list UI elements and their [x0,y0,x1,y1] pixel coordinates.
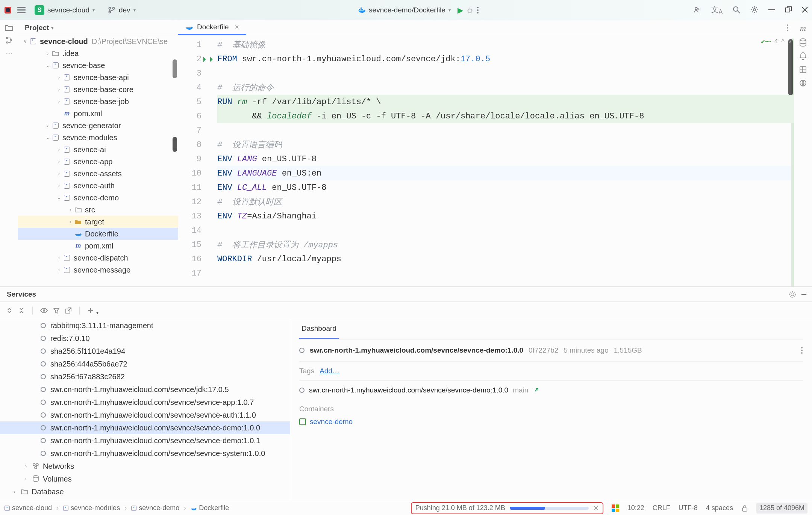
service-item[interactable]: redis:7.0.10 [0,332,290,345]
add-service-button[interactable]: ▾ [87,307,98,314]
service-item[interactable]: swr.cn-north-1.myhuaweicloud.com/sevnce/… [0,421,290,434]
tree-item[interactable]: ›sevnce-base-api [18,71,178,83]
status-indent[interactable]: 4 spaces [706,504,733,512]
tree-item[interactable]: mpom.xml [18,240,178,252]
service-item[interactable]: sha256:5f1101e4a194 [0,345,290,357]
notifications-tool-button[interactable] [799,52,807,60]
tree-item[interactable]: ⌄sevnce-modules [18,132,178,144]
filter-button[interactable] [53,307,60,314]
service-item[interactable]: swr.cn-north-1.myhuaweicloud.com/sevnce/… [0,434,290,447]
external-link-icon[interactable] [533,387,539,394]
settings-button[interactable] [750,6,759,14]
expand-all-button[interactable] [6,307,13,314]
chevron-up-icon[interactable]: ^ [781,38,785,45]
tree-item[interactable]: ›sevnce-base-core [18,83,178,95]
collapse-all-button[interactable] [18,307,25,314]
tree-item[interactable]: mpom.xml [18,108,178,120]
project-tool-button[interactable] [5,23,13,32]
minimize-button[interactable] [768,6,775,13]
windows-logo-icon [612,504,619,512]
tree-item[interactable]: ›sevnce-generator [18,120,178,132]
structure-tool-button[interactable] [5,36,13,44]
status-time[interactable]: 10:22 [627,504,644,512]
tree-root-path: D:\Project\SEVNCE\se [92,37,168,46]
tree-root[interactable]: sevnce-cloud [40,37,88,46]
service-item[interactable]: swr.cn-north-1.myhuaweicloud.com/sevnce/… [0,447,290,460]
scrollbar-thumb[interactable] [173,59,177,78]
tree-item[interactable]: ›sevnce-ai [18,144,178,156]
container-item[interactable]: sevnce-demo [299,418,803,426]
svg-rect-19 [768,9,775,10]
tab-options-button[interactable] [786,24,789,32]
service-item[interactable]: rabbitmq:3.11.11-management [0,319,290,332]
minimize-panel-button[interactable]: — [801,291,805,298]
breadcrumb[interactable]: sevnce-cloud›sevnce-modules›sevnce-demo›… [5,504,229,512]
breadcrumb-item[interactable]: sevnce-demo [131,504,179,512]
breadcrumb-item[interactable]: Dockerfile [191,504,229,512]
run-button[interactable]: ▶ [458,6,463,15]
database-tool-button[interactable] [799,38,807,47]
inspection-widget[interactable]: ✔⁓ 4 ^ v [761,38,792,45]
tree-item[interactable]: ›sevnce-dispatch [18,252,178,264]
web-tool-button[interactable] [799,79,807,87]
dashboard-tab[interactable]: Dashboard [299,319,339,339]
svg-point-7 [112,7,114,9]
tree-item[interactable]: ›sevnce-base-job [18,95,178,108]
focus-icon[interactable] [789,291,796,298]
status-dot [299,388,304,393]
cancel-progress-icon[interactable]: ✕ [593,504,599,512]
service-group[interactable]: ›Database [0,485,290,498]
codewithme-button[interactable] [693,6,701,14]
dash-more-button[interactable] [801,347,803,354]
tree-item[interactable]: ›sevnce-message [18,264,178,276]
add-tag-link[interactable]: Add… [320,367,339,375]
dash-image2-name[interactable]: swr.cn-north-1.myhuaweicloud.com/sevnce/… [309,386,508,394]
tree-item[interactable]: ›sevnce-auth [18,180,178,192]
tree-item[interactable]: ⌄sevnce-base [18,59,178,71]
service-group[interactable]: ›Volumes [0,473,290,485]
maximize-button[interactable] [785,6,792,13]
tree-item[interactable]: ⌄sevnce-demo [18,192,178,204]
services-list[interactable]: rabbitmq:3.11.11-managementredis:7.0.10s… [0,319,290,501]
tree-item[interactable]: ›.idea [18,47,178,59]
chevron-down-icon[interactable]: ▾ [51,25,54,30]
service-item[interactable]: swr.cn-north-1.myhuaweicloud.com/sevnce/… [0,396,290,409]
service-group[interactable]: ›Networks [0,460,290,473]
view-mode-button[interactable] [40,307,48,314]
service-item[interactable]: swr.cn-north-1.myhuaweicloud.com/sevnce/… [0,383,290,396]
dash-image-age: 5 minutes ago [564,346,608,354]
translate-button[interactable]: 文A [711,5,723,15]
tree-item[interactable]: ›sevnce-assets [18,168,178,180]
readonly-icon[interactable] [741,504,748,512]
svg-point-18 [753,9,756,11]
chevron-down-icon[interactable]: v [788,38,792,45]
status-line-ending[interactable]: CRLF [653,504,670,512]
tree-item[interactable]: ›target [18,216,178,228]
run-config-selector[interactable]: sevnce-demo/Dockerfile ▾ [354,5,454,16]
breadcrumb-item[interactable]: sevnce-modules [63,504,120,512]
tree-item[interactable]: ›src [18,204,178,216]
main-menu-button[interactable] [17,6,26,14]
svg-rect-8 [359,9,360,10]
diagram-tool-button[interactable] [799,65,807,74]
service-item[interactable]: sha256:444a55b6ae72 [0,357,290,370]
status-encoding[interactable]: UTF-8 [679,504,698,512]
scrollbar-thumb[interactable] [173,137,177,152]
close-button[interactable] [801,6,808,13]
search-button[interactable] [732,6,741,14]
close-tab-icon[interactable]: ✕ [235,24,239,30]
more-actions-button[interactable] [477,6,479,14]
tab-dockerfile[interactable]: Dockerfile ✕ [178,20,246,35]
external-button[interactable] [65,307,72,314]
service-item[interactable]: swr.cn-north-1.myhuaweicloud.com/sevnce/… [0,409,290,421]
breadcrumb-item[interactable]: sevnce-cloud [5,504,52,512]
tree-item[interactable]: Dockerfile [18,228,178,240]
debug-button[interactable] [466,6,474,14]
tree-item[interactable]: ›sevnce-app [18,156,178,168]
service-item[interactable]: sha256:f67a883c2682 [0,370,290,383]
branch-selector[interactable]: dev ▾ [104,5,139,16]
project-selector[interactable]: S sevnce-cloud ▾ [31,4,98,17]
progress-widget[interactable]: Pushing 21.0 MB of 123.2 MB ✕ [411,502,603,514]
maven-tool-button[interactable]: m [800,23,806,33]
memory-indicator[interactable]: 1285 of 4096M [756,503,807,513]
